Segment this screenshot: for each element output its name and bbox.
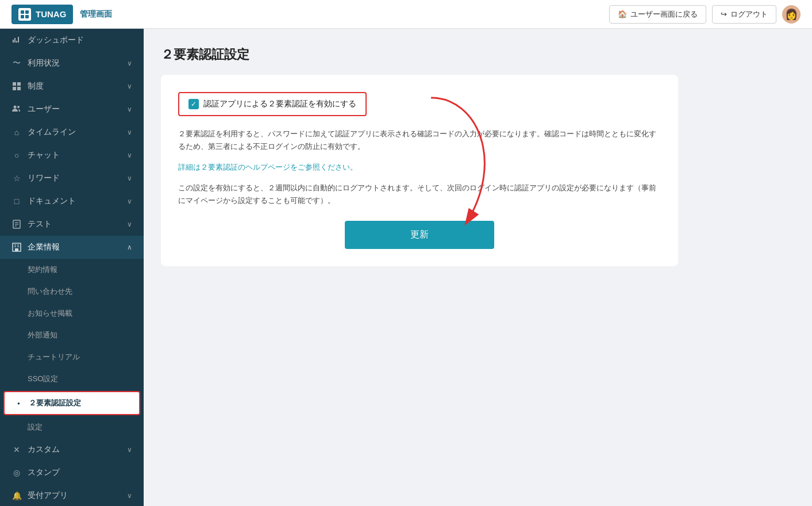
sidebar-label-system: 制度: [28, 81, 44, 91]
logo-text: TUNAG: [36, 9, 66, 19]
stamp-icon: ◎: [11, 467, 22, 478]
sidebar-item-reception[interactable]: 🔔 受付アプリ ∨: [0, 484, 144, 506]
chevron-down-icon-test: ∨: [127, 220, 132, 228]
sidebar-subitem-tutorial[interactable]: チュートリアル: [0, 346, 144, 368]
two-factor-checkbox-label: 認証アプリによる２要素認証を有効にする: [203, 99, 356, 109]
sidebar-item-chat[interactable]: ○ チャット ∨: [0, 144, 144, 167]
chart-icon: [11, 35, 22, 45]
sidebar-subitem-contact[interactable]: 問い合わせ先: [0, 281, 144, 302]
page-title: ２要素認証設定: [161, 46, 795, 63]
user-screen-button[interactable]: 🏠 ユーザー画面に戻る: [609, 5, 706, 24]
custom-icon: ✕: [11, 444, 22, 455]
sidebar-label-company: 企業情報: [28, 242, 60, 252]
sidebar-item-test[interactable]: テスト ∨: [0, 213, 144, 236]
avatar[interactable]: 👩: [782, 5, 801, 24]
chevron-down-icon-reward: ∨: [127, 174, 132, 182]
svg-point-9: [17, 106, 20, 108]
sidebar-label-reception: 受付アプリ: [28, 490, 68, 501]
chevron-up-icon-company: ∧: [127, 243, 132, 251]
sidebar-item-document[interactable]: □ ドキュメント ∨: [0, 190, 144, 213]
chevron-down-icon-system: ∨: [127, 82, 132, 90]
sidebar-label-test: テスト: [28, 219, 52, 229]
sidebar-item-dashboard[interactable]: ダッシュボード: [0, 29, 144, 52]
description-text: ２要素認証を利用すると、パスワードに加えて認証アプリに表示される確認コードの入力…: [178, 128, 661, 153]
chevron-down-icon-reception: ∨: [127, 492, 132, 500]
warning-text: この設定を有効にすると、２週間以内に自動的にログアウトされます。そして、次回のロ…: [178, 182, 661, 207]
wave-icon: 〜: [11, 58, 22, 68]
sidebar-label-document: ドキュメント: [28, 196, 76, 206]
sidebar-subitem-external-notify[interactable]: 外部通知: [0, 324, 144, 346]
sidebar-item-usage[interactable]: 〜 利用状況 ∨: [0, 52, 144, 75]
chevron-down-icon-document: ∨: [127, 197, 132, 205]
sidebar-item-custom[interactable]: ✕ カスタム ∨: [0, 438, 144, 461]
sidebar-label-timeline: タイムライン: [28, 127, 76, 137]
sidebar-item-timeline[interactable]: ⌂ タイムライン ∨: [0, 121, 144, 144]
svg-rect-1: [25, 10, 29, 14]
logout-button[interactable]: ↪ ログアウト: [712, 5, 776, 24]
logo-icon: [18, 8, 31, 21]
svg-rect-7: [17, 87, 21, 90]
svg-rect-6: [13, 87, 16, 90]
sidebar-item-users[interactable]: ユーザー ∨: [0, 98, 144, 121]
sidebar-label-users: ユーザー: [28, 104, 60, 114]
chevron-down-icon-custom: ∨: [127, 446, 132, 454]
sidebar: ダッシュボード 〜 利用状況 ∨ 制度 ∨: [0, 29, 144, 506]
content-card: ✓ 認証アプリによる２要素認証を有効にする ２要素認証を利用すると、パスワードに…: [161, 75, 678, 266]
help-link[interactable]: 詳細は２要素認証のヘルプページをご参照ください。: [178, 163, 357, 171]
svg-rect-0: [21, 10, 24, 14]
sidebar-item-stamp[interactable]: ◎ スタンプ: [0, 461, 144, 484]
sidebar-subitem-sso[interactable]: SSO設定: [0, 368, 144, 390]
two-factor-checkbox-area[interactable]: ✓ 認証アプリによる２要素認証を有効にする: [178, 92, 367, 116]
update-button[interactable]: 更新: [345, 221, 494, 249]
sidebar-label-dashboard: ダッシュボード: [28, 35, 84, 45]
home-icon-sidebar: ⌂: [11, 127, 22, 137]
sidebar-label-chat: チャット: [28, 150, 60, 160]
home-icon: 🏠: [618, 10, 627, 18]
chevron-down-icon-users: ∨: [127, 105, 132, 113]
building-icon: [11, 242, 22, 252]
sidebar-subitem-notice[interactable]: お知らせ掲載: [0, 302, 144, 324]
header-actions: 🏠 ユーザー画面に戻る ↪ ログアウト 👩: [609, 5, 801, 24]
svg-rect-5: [17, 82, 21, 86]
sidebar-subitem-two-factor[interactable]: ２要素認証設定: [3, 391, 140, 415]
chevron-down-icon-chat: ∨: [127, 151, 132, 159]
svg-rect-4: [13, 82, 16, 86]
sidebar-item-system[interactable]: 制度 ∨: [0, 75, 144, 98]
grid-icon: [11, 81, 22, 91]
sidebar-label-custom: カスタム: [28, 444, 60, 455]
folder-icon: □: [11, 196, 22, 206]
star-icon: ☆: [11, 173, 22, 183]
main-content: ２要素認証設定 ✓ 認証アプリによる２要素認証を有効にする ２要素認証を利用する…: [144, 29, 812, 506]
header: TUNAG 管理画面 🏠 ユーザー画面に戻る ↪ ログアウト 👩: [0, 0, 812, 29]
svg-point-8: [14, 106, 17, 109]
logout-icon: ↪: [721, 10, 727, 18]
sidebar-label-usage: 利用状況: [28, 58, 60, 68]
svg-rect-3: [25, 15, 29, 18]
chat-icon: ○: [11, 150, 22, 160]
sidebar-item-company[interactable]: 企業情報 ∧: [0, 236, 144, 259]
chevron-down-icon-timeline: ∨: [127, 128, 132, 136]
sidebar-item-reward[interactable]: ☆ リワード ∨: [0, 167, 144, 190]
test-icon: [11, 219, 22, 229]
sidebar-subitem-settings[interactable]: 設定: [0, 416, 144, 438]
logo: TUNAG: [11, 5, 73, 24]
svg-rect-2: [21, 15, 24, 18]
svg-rect-19: [15, 248, 18, 251]
sidebar-label-stamp: スタンプ: [28, 467, 60, 478]
sidebar-label-reward: リワード: [28, 173, 60, 183]
sidebar-subitem-contract[interactable]: 契約情報: [0, 259, 144, 281]
users-icon: [11, 104, 22, 114]
admin-label: 管理画面: [80, 9, 112, 20]
chevron-down-icon: ∨: [127, 59, 132, 67]
layout: ダッシュボード 〜 利用状況 ∨ 制度 ∨: [0, 29, 812, 506]
two-factor-checkbox[interactable]: ✓: [188, 99, 199, 109]
bell-icon: 🔔: [11, 490, 22, 501]
